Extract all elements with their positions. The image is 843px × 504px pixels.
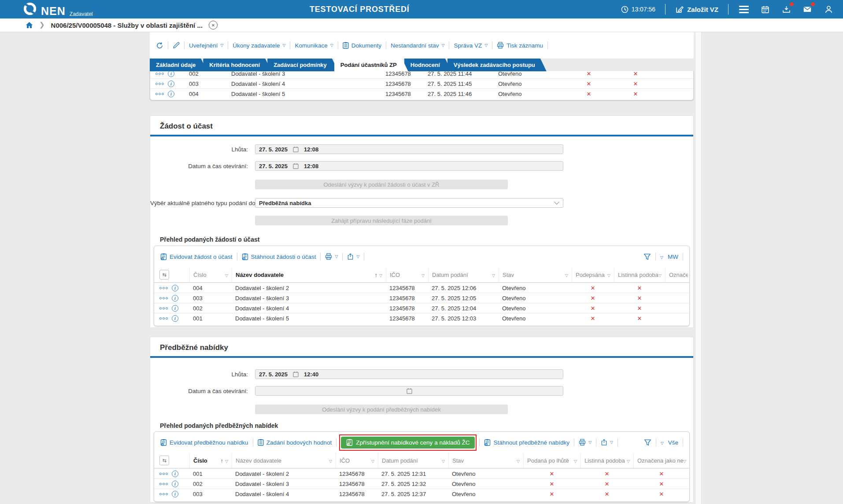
create-vz-button[interactable]: Založit VZ	[675, 5, 718, 14]
deadline-field[interactable]: 27. 5. 2025 12:40	[255, 369, 563, 379]
col-datum-podani[interactable]: Datum podání	[378, 453, 448, 468]
tab-vysledek[interactable]: Výsledek zadávacího postupu	[447, 59, 547, 71]
tab-zakladni-udaje[interactable]: Základní údaje	[150, 59, 207, 71]
col-listinna-podoba[interactable]: Listinná podoba	[614, 267, 665, 282]
menu-publish[interactable]: Uveřejnění	[189, 42, 223, 49]
download-requests-button[interactable]: Stáhnout žádosti o účast	[242, 253, 316, 260]
edit-record-button[interactable]	[173, 42, 180, 49]
info-icon[interactable]	[172, 305, 178, 312]
col-oznacena[interactable]: Označena jako nepodaná	[665, 267, 690, 282]
table-row[interactable]: 002 Dodavatel - školení 3 12345678 27. 5…	[150, 71, 693, 78]
messages-button[interactable]	[802, 4, 813, 15]
tab-podani-ucastniku[interactable]: Podání účastníků ZP	[334, 59, 408, 71]
divider	[665, 4, 666, 15]
print-table-button[interactable]	[579, 439, 592, 446]
submission-type-select[interactable]: Předběžná nabídka	[255, 198, 563, 208]
print-table-button[interactable]	[325, 253, 338, 260]
menu-button[interactable]	[738, 4, 750, 15]
info-icon[interactable]	[168, 71, 174, 77]
row-menu-icon[interactable]	[159, 287, 168, 289]
info-icon[interactable]	[168, 91, 174, 97]
table-row[interactable]: 003 Dodavatel - školení 3 12345678 27. 5…	[154, 293, 689, 303]
register-request-button[interactable]: Evidovat žádost o účast	[160, 253, 233, 260]
info-icon[interactable]	[172, 315, 178, 322]
col-stav[interactable]: Stav	[448, 453, 523, 468]
user-button[interactable]	[823, 4, 834, 15]
row-menu-icon[interactable]	[159, 473, 168, 475]
col-podepsana[interactable]: Podepsána	[572, 267, 614, 282]
deadline-field[interactable]: 27. 5. 2025 12:08	[255, 144, 563, 154]
export-table-button[interactable]	[601, 439, 613, 446]
breadcrumb-item[interactable]: N006/25/V00005048 - Služby v oblasti zaj…	[51, 22, 203, 29]
table-row[interactable]: 001 Dodavatel - školení 2 12345678 27. 5…	[154, 468, 689, 478]
view-select-caret[interactable]	[661, 438, 664, 446]
export-table-button[interactable]	[347, 253, 359, 260]
unlock-price-button[interactable]: Zpřístupnění nabídkové ceny a nákladů ŽC	[341, 437, 475, 449]
menu-documents[interactable]: Dokumenty	[343, 42, 381, 49]
deadline-date: 27. 5. 2025	[259, 146, 288, 153]
downloads-button[interactable]	[780, 4, 792, 15]
table-row[interactable]: 003 Dodavatel - školení 4 12345678 27. 5…	[150, 78, 693, 88]
tab-kriteria-hodnoceni[interactable]: Kritéria hodnocení	[203, 59, 271, 71]
table-row[interactable]: 004 Dodavatel - školení 2 12345678 27. 5…	[154, 283, 689, 293]
column-settings-icon[interactable]: ⇆	[159, 456, 169, 465]
col-cislo[interactable]: Číslo	[189, 267, 232, 282]
col-listinna-podoba[interactable]: Listinná podoba	[580, 453, 633, 468]
row-menu-icon[interactable]	[155, 83, 164, 85]
menu-contracting-actions[interactable]: Úkony zadavatele	[233, 42, 285, 49]
row-menu-icon[interactable]	[159, 483, 168, 485]
table-row[interactable]: 001 Dodavatel - školení 5 12345678 27. 5…	[154, 313, 689, 323]
calendar-button[interactable]	[759, 4, 771, 15]
vertical-scrollbar[interactable]	[695, 32, 702, 504]
table-row[interactable]: 003 Dodavatel - školení 4 12345678 27. 5…	[154, 489, 689, 499]
filter-icon[interactable]	[643, 253, 651, 261]
row-menu-icon[interactable]	[159, 317, 168, 320]
menu-nonstandard-state[interactable]: Nestandardní stav	[391, 42, 444, 49]
row-menu-icon[interactable]	[159, 493, 168, 495]
send-request-button[interactable]: Odeslání výzvy k podání žádosti o účast …	[255, 180, 508, 189]
view-select-caret[interactable]	[660, 253, 663, 261]
row-menu-icon[interactable]	[159, 297, 168, 299]
enter-points-button[interactable]: Zadání bodových hodnot	[258, 439, 332, 446]
home-icon[interactable]	[26, 22, 33, 29]
register-offer-button[interactable]: Evidovat předběžnou nabídku	[160, 439, 248, 446]
close-circle-icon[interactable]: ✕	[209, 21, 218, 29]
view-select[interactable]: Vše	[668, 439, 678, 446]
info-icon[interactable]	[172, 491, 178, 497]
table-row[interactable]: 002 Dodavatel - školení 3 12345678 27. 5…	[154, 478, 689, 489]
info-icon[interactable]	[172, 285, 178, 291]
send-request-button[interactable]: Odeslání výzvy k podání předběžných nabí…	[255, 405, 508, 414]
next-phase-button[interactable]: Zahájit přípravu následující fáze podání	[255, 216, 508, 225]
info-icon[interactable]	[172, 295, 178, 302]
col-nazev-dodavatele[interactable]: Název dodavatele	[232, 453, 336, 468]
opening-field[interactable]	[255, 386, 563, 396]
table-row[interactable]: 004 Dodavatel - školení 5 12345678 27. 5…	[150, 88, 693, 99]
col-datum-podani[interactable]: Datum podání	[428, 267, 499, 282]
row-menu-icon[interactable]	[159, 307, 168, 309]
info-icon[interactable]	[172, 481, 178, 487]
column-settings-icon[interactable]: ⇆	[159, 270, 169, 280]
download-offers-button[interactable]: Stáhnout předběžné nabídky	[484, 439, 569, 446]
col-nazev-dodavatele[interactable]: Název dodavatele↑	[232, 267, 386, 282]
menu-communication[interactable]: Komunikace	[295, 42, 333, 49]
col-podana-po-lhute[interactable]: Podaná po lhůtě	[523, 453, 580, 468]
row-menu-icon[interactable]	[155, 73, 164, 75]
col-ico[interactable]: IČO	[386, 267, 428, 282]
menu-vz-admin[interactable]: Správa VZ	[454, 42, 488, 49]
view-select[interactable]: MW	[668, 254, 678, 260]
print-record-button[interactable]: Tisk záznamu	[497, 42, 543, 49]
table-row[interactable]: 002 Dodavatel - školení 4 12345678 27. 5…	[154, 303, 689, 313]
info-icon[interactable]	[172, 471, 178, 477]
tab-hodnoceni[interactable]: Hodnocení	[404, 59, 451, 71]
nen-logo[interactable]: NEN Zadavatel	[0, 2, 93, 17]
col-ico[interactable]: IČO	[336, 453, 378, 468]
refresh-button[interactable]	[156, 42, 163, 49]
info-icon[interactable]	[168, 81, 174, 87]
row-menu-icon[interactable]	[155, 93, 164, 95]
col-oznacena[interactable]: Označena jako nepodaná	[633, 453, 690, 468]
filter-icon[interactable]	[644, 439, 651, 446]
col-stav[interactable]: Stav	[499, 267, 572, 282]
tab-zadavaci-podminky[interactable]: Zadávací podmínky	[267, 59, 338, 71]
opening-field[interactable]: 27. 5. 2025 12:08	[255, 161, 563, 171]
col-cislo[interactable]: Číslo↑	[189, 453, 232, 468]
